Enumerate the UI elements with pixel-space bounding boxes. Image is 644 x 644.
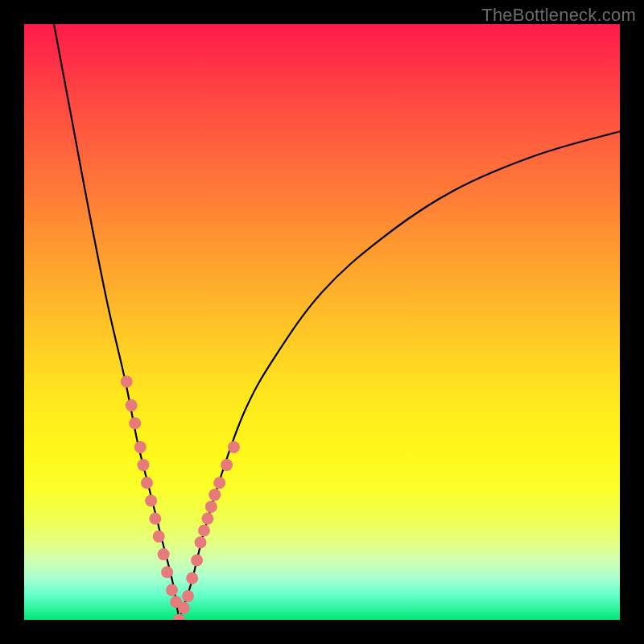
- left-curve: [54, 24, 179, 620]
- plot-area: [24, 24, 620, 620]
- marker-point: [221, 459, 233, 471]
- marker-point: [138, 459, 150, 471]
- watermark-text: TheBottleneck.com: [481, 5, 636, 26]
- marker-point: [141, 477, 153, 489]
- marker-point: [121, 376, 133, 388]
- marker-point: [186, 572, 198, 584]
- marker-point: [228, 441, 240, 453]
- right-curve: [179, 131, 620, 620]
- marker-point: [129, 417, 141, 429]
- marker-point: [126, 399, 138, 411]
- marker-point: [173, 614, 185, 621]
- marker-point: [205, 501, 217, 513]
- curve-layer: [24, 24, 620, 620]
- marker-point: [153, 530, 165, 543]
- marker-point: [149, 513, 161, 525]
- marker-point: [201, 513, 213, 525]
- marker-group: [121, 376, 240, 621]
- marker-point: [213, 477, 225, 489]
- marker-point: [161, 566, 173, 578]
- marker-point: [182, 590, 194, 602]
- chart-frame: TheBottleneck.com: [0, 0, 644, 644]
- marker-point: [195, 536, 207, 548]
- marker-point: [178, 602, 190, 614]
- marker-point: [134, 441, 147, 453]
- marker-point: [145, 495, 157, 507]
- marker-point: [208, 489, 221, 501]
- marker-point: [191, 555, 203, 567]
- marker-point: [166, 584, 178, 597]
- marker-point: [158, 548, 170, 560]
- marker-point: [198, 525, 210, 537]
